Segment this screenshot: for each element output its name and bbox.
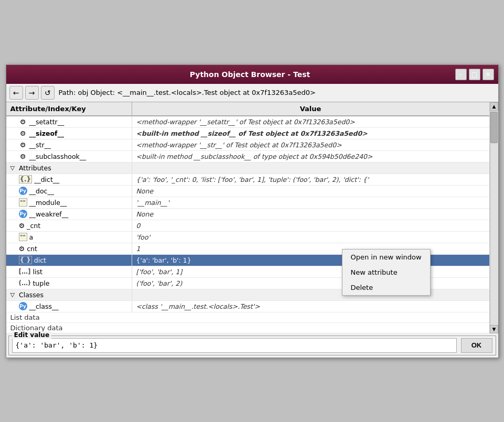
- row-key: {.} __dict__: [6, 174, 132, 185]
- dict-icon: {.}: [19, 175, 33, 183]
- str-icon: "": [19, 233, 27, 241]
- dict-icon: { }: [19, 256, 32, 264]
- window-controls: – □ ✕: [455, 69, 494, 80]
- scroll-down-button[interactable]: ▼: [490, 325, 498, 333]
- row-key: { } dict: [6, 255, 132, 266]
- row-value: '__main__': [132, 197, 489, 208]
- context-menu-new-attribute[interactable]: New attribute: [342, 265, 430, 280]
- path-display: Path: obj Object: <__main__.test.<locals…: [59, 89, 316, 96]
- str-icon: "": [19, 198, 27, 207]
- context-menu-open[interactable]: Open in new window: [342, 250, 430, 265]
- row-value: {'a': 'bar', 'b': 1}: [132, 255, 489, 266]
- title-bar: Python Object Browser - Test – □ ✕: [6, 65, 498, 84]
- row-value: ('foo', 'bar', 2): [132, 278, 489, 289]
- collapse-icon: ▽: [10, 291, 15, 298]
- row-key: Py __weakref__: [6, 209, 132, 220]
- edit-value-label: Edit value: [12, 331, 52, 339]
- scrollbar[interactable]: ▲ ▼: [490, 102, 498, 333]
- row-value: None: [132, 209, 489, 220]
- row-key: ⚙️ cnt: [6, 243, 132, 254]
- row-value: <built-in method __sizeof__ of Test obje…: [132, 128, 489, 139]
- row-value: 0: [132, 220, 489, 231]
- main-window: Python Object Browser - Test – □ ✕ ← → ↺…: [6, 64, 499, 358]
- row-key: ⚙ __setattr__: [6, 116, 132, 127]
- edit-value-group: Edit value OK: [8, 336, 496, 355]
- gear2-icon: ⚙️: [19, 222, 25, 230]
- col-key-header: Attribute/Index/Key: [6, 102, 132, 115]
- list-data-item[interactable]: List data: [6, 312, 489, 323]
- context-menu-delete[interactable]: Delete: [342, 280, 430, 295]
- gear-icon: ⚙: [19, 117, 27, 126]
- row-key: ⚙️ _cnt: [6, 220, 132, 231]
- gear2-icon: ⚙️: [19, 245, 25, 253]
- row-value: ['foo', 'bar', 1]: [132, 266, 489, 277]
- row-key: ⚙ __sizeof__: [6, 128, 132, 139]
- table-row[interactable]: ⚙ __sizeof__ <built-in method __sizeof__…: [6, 128, 489, 139]
- table-row[interactable]: "" a 'foo': [6, 232, 489, 243]
- table-row[interactable]: ⚙ __subclasshook__ <built-in method __su…: [6, 151, 489, 163]
- context-menu: Open in new window New attribute Delete: [342, 249, 431, 296]
- row-key: (…) tuple: [6, 278, 132, 289]
- row-value: 1: [132, 243, 489, 254]
- tuple-icon: (…): [19, 279, 31, 287]
- row-value: <method-wrapper '__setattr__' of Test ob…: [132, 116, 489, 127]
- row-value: 'foo': [132, 232, 489, 243]
- row-value: <method-wrapper '__str__' of Test object…: [132, 139, 489, 150]
- row-key: "" __module__: [6, 197, 132, 208]
- back-button[interactable]: ←: [9, 86, 23, 100]
- table-row[interactable]: Py __class__ <class '__main__.test.<loca…: [6, 301, 489, 312]
- main-area: Attribute/Index/Key Value ⚙ __setattr__ …: [6, 102, 498, 333]
- table-row[interactable]: Py __weakref__ None: [6, 209, 489, 220]
- gear-icon: ⚙: [19, 129, 27, 137]
- table-header: Attribute/Index/Key Value: [6, 102, 489, 116]
- ok-button[interactable]: OK: [461, 338, 492, 353]
- table-row[interactable]: ⚙️ _cnt 0: [6, 220, 489, 232]
- row-key: Py __doc__: [6, 186, 132, 197]
- forward-button[interactable]: →: [25, 86, 39, 100]
- close-button[interactable]: ✕: [482, 69, 494, 80]
- list-icon: […]: [19, 268, 31, 275]
- maximize-button[interactable]: □: [469, 69, 480, 80]
- row-value: [132, 163, 489, 174]
- tree-table[interactable]: Attribute/Index/Key Value ⚙ __setattr__ …: [6, 102, 490, 333]
- row-key: "" a: [6, 232, 132, 243]
- minimize-button[interactable]: –: [455, 69, 467, 80]
- table-row[interactable]: {.} __dict__ {'a': 'foo', '_cnt': 0, 'li…: [6, 174, 489, 186]
- py-icon: Py: [19, 210, 27, 218]
- toolbar: ← → ↺ Path: obj Object: <__main__.test.<…: [6, 84, 498, 102]
- py-icon: Py: [19, 302, 27, 310]
- gear-icon: ⚙: [19, 140, 27, 149]
- table-row[interactable]: ⚙ __str__ <method-wrapper '__str__' of T…: [6, 139, 489, 151]
- row-key: ▽ Classes: [6, 289, 132, 300]
- row-key: Py __class__: [6, 301, 132, 312]
- section-attributes[interactable]: ▽ Attributes: [6, 163, 489, 174]
- row-key: ⚙ __str__: [6, 139, 132, 150]
- refresh-button[interactable]: ↺: [41, 86, 55, 100]
- window-title: Python Object Browser - Test: [45, 70, 455, 79]
- row-key: ▽ Attributes: [6, 163, 132, 174]
- dictionary-data-item[interactable]: Dictionary data: [6, 323, 489, 333]
- collapse-icon: ▽: [10, 165, 15, 171]
- row-value: None: [132, 186, 489, 197]
- row-value: [132, 289, 489, 300]
- py-icon: Py: [19, 187, 27, 195]
- table-row[interactable]: "" __module__ '__main__': [6, 197, 489, 209]
- scroll-thumb[interactable]: [490, 112, 498, 143]
- scroll-up-button[interactable]: ▲: [490, 102, 498, 111]
- table-row[interactable]: Py __doc__ None: [6, 186, 489, 197]
- edit-row: OK: [12, 338, 492, 353]
- row-key: […] list: [6, 266, 132, 277]
- row-key: ⚙ __subclasshook__: [6, 151, 132, 162]
- col-value-header: Value: [132, 102, 489, 115]
- gear-icon: ⚙: [19, 152, 27, 160]
- edit-value-input[interactable]: [12, 338, 457, 353]
- table-row[interactable]: ⚙ __setattr__ <method-wrapper '__setattr…: [6, 116, 489, 128]
- row-value: <built-in method __subclasshook__ of typ…: [132, 151, 489, 162]
- row-value: {'a': 'foo', '_cnt': 0, 'list': ['foo', …: [132, 174, 489, 185]
- row-value: <class '__main__.test.<locals>.Test'>: [132, 301, 489, 312]
